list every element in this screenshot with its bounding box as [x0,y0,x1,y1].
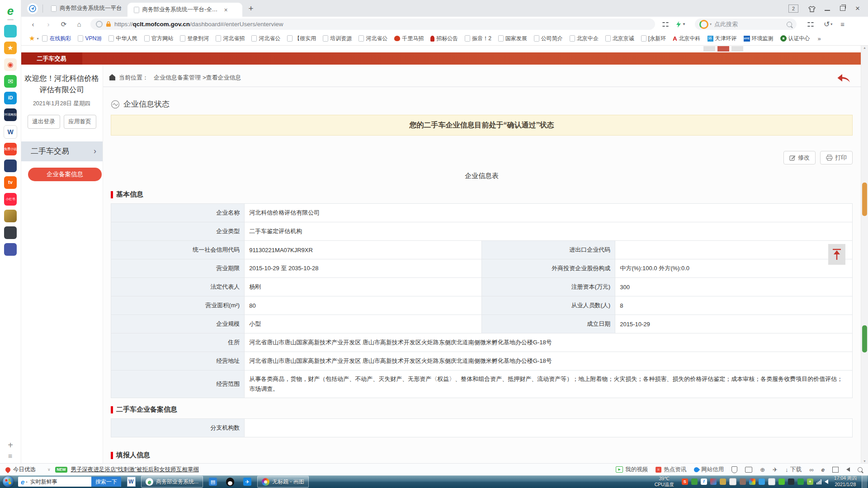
url-field[interactable]: https://qclt.mofcom.gov.cn/dashboard#/en… [90,19,655,30]
bookmark-item[interactable]: 官方网站 [144,35,173,42]
tray-sogou-icon[interactable]: S [682,479,688,485]
bookmark-item[interactable]: A北京中科 [673,35,700,42]
bookmark-item[interactable]: 中华人民 [108,35,137,42]
taskbar-paint-window[interactable]: 无标题 - 画图 [257,476,309,488]
show-desktop-button[interactable] [862,475,867,488]
ie-search-button[interactable]: 搜索一下 [91,477,121,487]
bookmarks-caret-icon[interactable]: ▾ [37,37,38,41]
app-icon-clip[interactable] [4,25,17,38]
close-button[interactable]: × [855,6,860,11]
back-button[interactable]: ‹ [27,20,39,28]
tab-close-icon[interactable]: × [224,6,228,14]
bookmark-item[interactable]: VPN游 [78,35,102,42]
ie-mode-icon[interactable]: e [821,466,825,473]
tab-2-active[interactable]: 商务部业务系统统一平台-全国汽 × [127,3,242,17]
search-icon[interactable] [787,22,792,27]
new-tab-button[interactable]: + [249,4,254,14]
back-to-top-button[interactable] [828,244,845,265]
app-icon-pp[interactable]: iD [4,92,17,104]
speaker-icon[interactable] [846,467,850,472]
page-search-icon[interactable] [858,467,863,472]
logout-button[interactable]: 退出登录 [28,115,60,129]
print-button[interactable]: 打印 [820,151,853,164]
news-headline-link[interactable]: 男子深夜进足浴店“找刺激”被拒后和女技师互相掌掴 [71,466,198,474]
bookmark-item[interactable]: 河北省招 [216,35,245,42]
tray-chat-icon[interactable] [759,479,765,485]
app-icon-game[interactable] [4,160,17,172]
volume-icon[interactable] [825,479,828,484]
start-button[interactable] [3,476,14,487]
screenshot-icon[interactable] [745,467,752,473]
bookmark-item[interactable]: 环天津环评 [708,35,737,42]
page-scrollbar[interactable]: ▲ ▼ [861,45,868,464]
chevron-down-icon[interactable]: ∨ [47,467,51,472]
sidebar-menu-used-car[interactable]: 二手车交易 › [21,141,103,161]
bookmark-item[interactable]: 在线购彩 [42,35,71,42]
security-shield-icon[interactable] [731,466,737,473]
bookmark-item[interactable]: HYE环境监测 [744,35,774,42]
recent-closed-icon[interactable]: ↺▾ [824,20,832,28]
bookmark-item[interactable]: 振音！2 [465,35,491,42]
app-icon-pubg[interactable] [4,226,17,239]
tray-usb-icon[interactable] [691,479,698,485]
bookmark-item[interactable]: 河北省公 [251,35,280,42]
tab-count-badge[interactable]: 2 [788,5,798,13]
bookmark-item[interactable]: 河北省公 [359,35,387,42]
taskbar-word-icon[interactable]: W [124,476,138,487]
taskbar-browser-window[interactable]: e 商务部业务系统... [141,476,203,488]
site-mode-icon[interactable] [96,21,103,28]
app-icon-strategy-game[interactable] [4,210,17,222]
add-app-button[interactable]: + [0,439,21,451]
home-button[interactable]: ⌂ [73,20,85,28]
chevron-down-icon[interactable]: ▼ [682,22,686,26]
menu-icon[interactable]: ≡ [840,23,844,26]
tray-health-icon[interactable]: + [807,479,813,485]
tab-1[interactable]: 商务部业务系统统一平台 [46,0,127,17]
breadcrumb-parent[interactable]: 企业信息备案管理 [154,74,201,82]
app-icon-mail[interactable]: ✉ [4,75,17,88]
speed-mode-icon[interactable] [676,21,681,28]
taskbar-thunder-icon[interactable]: ✈ [240,476,255,487]
browser-nav-icon[interactable] [27,3,38,14]
module-tab[interactable]: 二手车交易 [21,52,82,65]
my-videos-button[interactable]: ▶我的视频 [616,466,648,474]
bookmark-item[interactable]: 认证中心 [780,35,810,42]
boost-icon[interactable]: ✈ [773,466,778,473]
tray-music-icon[interactable] [720,479,726,485]
ssl-lock-icon[interactable] [106,21,111,27]
site-credit-button[interactable]: 网站信用 [694,466,724,474]
bookmarks-overflow-button[interactable]: » [818,35,821,42]
incognito-icon[interactable]: ∞ [809,466,813,473]
app-home-button[interactable]: 应用首页 [64,115,96,129]
bookmark-item[interactable]: 登录到河 [180,35,209,42]
app-icon-tv[interactable]: tv [4,176,17,189]
tray-doc-icon[interactable] [729,478,736,485]
forward-button[interactable]: › [42,20,54,28]
app-icon-misc[interactable] [4,243,17,256]
tray-shield-icon[interactable] [797,479,804,485]
window-split-icon[interactable] [832,467,839,473]
translate-icon[interactable]: ⊕ [760,466,765,473]
restore-button[interactable] [840,6,845,11]
bookmark-item[interactable]: 千里马招 [394,35,424,42]
skin-icon[interactable] [808,6,815,11]
hot-news-button[interactable]: ≡热点资讯 [656,466,686,474]
scroll-down-icon[interactable]: ▼ [861,460,868,463]
search-box[interactable]: ▾ 点此搜索 [695,19,797,30]
tray-app-icon[interactable] [710,479,717,485]
tray-driver-icon[interactable] [749,479,755,485]
back-arrow-icon[interactable] [836,72,852,85]
bookmark-item[interactable]: 北京中企 [570,35,599,42]
network-signal-icon[interactable] [816,479,821,484]
bookmark-item[interactable]: 招标公告 [430,35,458,42]
bookmark-item[interactable]: 公司简介 [534,35,563,42]
tray-camera-icon[interactable] [788,479,794,485]
ie-search-widget[interactable]: e ▴ 实时新鲜事 搜索一下 [18,477,121,487]
taskbar-clock[interactable]: 17:04 周四2021/1/28 [834,475,857,488]
edit-button[interactable]: 修改 [783,151,816,164]
scroll-up-icon[interactable]: ▲ [861,46,868,49]
app-icon-xiaohongshu[interactable]: 小红书 [4,193,17,206]
app-icon-hqwx[interactable]: 环球网校 [4,108,17,121]
tray-wizard-icon[interactable] [740,479,746,485]
bookmark-item[interactable]: 北京京诚 [605,35,634,42]
